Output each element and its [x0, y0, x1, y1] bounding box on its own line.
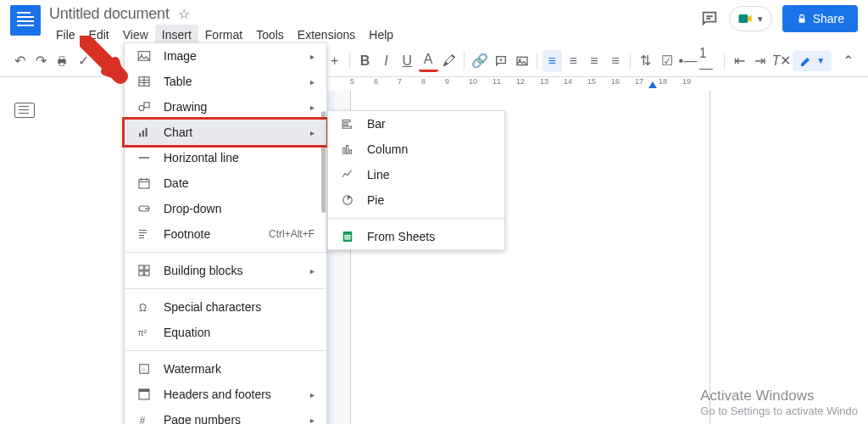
insert-menu-drop-down[interactable]: Drop-down [125, 196, 326, 221]
align-left-icon[interactable]: ≡ [542, 50, 562, 72]
editing-mode-button[interactable]: ▼ [793, 51, 832, 71]
drawing-icon [136, 99, 152, 114]
svg-rect-26 [139, 389, 149, 392]
chevron-up-icon[interactable]: ⌃ [838, 50, 858, 72]
chart-submenu-from-sheets[interactable]: From Sheets [328, 224, 504, 249]
bullet-list-icon[interactable]: •— [678, 50, 698, 72]
comments-icon[interactable] [700, 9, 719, 28]
svg-rect-18 [145, 265, 149, 270]
menu-item-label: Equation [164, 326, 314, 339]
outline-icon[interactable] [14, 103, 35, 118]
watermark-icon: A [136, 361, 152, 377]
chevron-down-icon: ▼ [816, 56, 825, 65]
numbered-list-icon[interactable]: 1— [699, 50, 719, 72]
increase-font-icon[interactable]: + [325, 50, 344, 72]
share-button[interactable]: Share [782, 5, 858, 32]
clear-format-icon[interactable]: T✕ [771, 50, 791, 72]
submenu-item-label: Pie [367, 193, 384, 207]
link-icon[interactable]: 🔗 [470, 50, 489, 72]
menu-item-label: Chart [164, 126, 298, 139]
undo-icon[interactable]: ↶ [10, 50, 30, 72]
margin-marker-icon[interactable] [648, 81, 657, 88]
submenu-item-label: From Sheets [367, 230, 435, 243]
insert-menu-horizontal-line[interactable]: Horizontal line [125, 145, 326, 170]
meet-button[interactable]: ▼ [729, 6, 772, 31]
submenu-arrow-icon: ▸ [310, 52, 314, 61]
insert-menu-drawing[interactable]: Drawing▸ [125, 94, 326, 120]
submenu-item-label: Column [367, 142, 408, 156]
insert-menu-building-blocks[interactable]: Building blocks▸ [125, 258, 326, 283]
chevron-down-icon: ▼ [756, 14, 765, 24]
insert-menu-equation[interactable]: π²Equation [125, 320, 326, 345]
insert-menu-footnote[interactable]: FootnoteCtrl+Alt+F [125, 221, 326, 247]
text-color-icon[interactable]: A [419, 50, 438, 72]
insert-menu-table[interactable]: Table▸ [125, 69, 326, 94]
svg-rect-30 [342, 126, 352, 128]
checklist-icon[interactable]: ☑ [657, 50, 676, 72]
menu-item-label: Date [164, 176, 314, 190]
insert-menu-watermark[interactable]: AWatermark [125, 356, 326, 382]
hline-icon [136, 150, 152, 165]
insert-menu-special-characters[interactable]: ΩSpecial characters [125, 294, 326, 320]
sheets-icon [340, 229, 355, 244]
shortcut-label: Ctrl+Alt+F [269, 228, 314, 240]
image-insert-icon[interactable] [512, 50, 531, 72]
menu-item-label: Page numbers [164, 413, 298, 424]
insert-menu-headers-and-footers[interactable]: Headers and footers▸ [125, 382, 326, 407]
comment-add-icon[interactable] [491, 50, 510, 72]
date-icon [136, 176, 152, 191]
indent-decrease-icon[interactable]: ⇤ [730, 50, 749, 72]
submenu-item-label: Line [367, 168, 389, 181]
indent-increase-icon[interactable]: ⇥ [750, 50, 770, 72]
pie-icon [340, 192, 355, 208]
svg-text:A: A [142, 365, 146, 373]
svg-rect-32 [347, 146, 348, 154]
align-justify-icon[interactable]: ≡ [605, 50, 625, 72]
annotation-arrow-icon [80, 36, 131, 86]
print-icon[interactable] [53, 50, 72, 72]
menu-file[interactable]: File [49, 25, 82, 45]
left-sidebar [0, 77, 49, 424]
windows-watermark: Activate Windows Go to Settings to activ… [700, 388, 858, 417]
menu-item-label: Watermark [164, 362, 314, 376]
star-icon[interactable]: ☆ [178, 6, 190, 22]
chart-submenu-bar[interactable]: Bar [328, 111, 504, 137]
chart-submenu-line[interactable]: Line [328, 162, 504, 187]
italic-icon[interactable]: I [376, 50, 396, 72]
omega-icon: Ω [136, 299, 152, 315]
chart-icon [136, 125, 152, 140]
title-area: Untitled document ☆ File Edit View Inser… [49, 5, 700, 45]
insert-menu-chart[interactable]: Chart▸ [122, 117, 329, 148]
insert-menu-page-numbers[interactable]: #Page numbers▸ [125, 407, 326, 424]
lock-icon [796, 13, 808, 25]
underline-icon[interactable]: U [398, 50, 417, 72]
chart-submenu-column[interactable]: Column [328, 137, 504, 162]
dropdown-icon [136, 201, 152, 216]
submenu-arrow-icon: ▸ [310, 77, 314, 86]
docs-logo-icon[interactable] [10, 5, 41, 36]
align-center-icon[interactable]: ≡ [564, 50, 583, 72]
svg-rect-17 [139, 265, 143, 270]
document-title[interactable]: Untitled document [49, 5, 170, 23]
line-spacing-icon[interactable]: ⇅ [636, 50, 655, 72]
menu-item-label: Horizontal line [164, 151, 314, 165]
menu-item-label: Drawing [164, 100, 298, 114]
insert-menu-date[interactable]: Date [125, 170, 326, 196]
bold-icon[interactable]: B [355, 50, 375, 72]
align-right-icon[interactable]: ≡ [585, 50, 604, 72]
menu-item-label: Table [164, 75, 298, 88]
svg-rect-0 [738, 14, 748, 23]
menu-item-label: Headers and footers [164, 388, 298, 401]
highlight-icon[interactable]: 🖍 [440, 50, 459, 72]
image-icon [136, 48, 152, 64]
submenu-arrow-icon: ▸ [310, 390, 314, 399]
bar-icon [340, 116, 355, 131]
menu-help[interactable]: Help [362, 25, 400, 45]
svg-rect-14 [146, 128, 147, 137]
redo-icon[interactable]: ↷ [31, 50, 51, 72]
insert-menu-image[interactable]: Image▸ [125, 43, 326, 69]
chart-submenu-pie[interactable]: Pie [328, 187, 504, 213]
svg-rect-19 [139, 271, 143, 276]
pi-icon: π² [136, 325, 152, 340]
headers-icon [136, 387, 152, 402]
